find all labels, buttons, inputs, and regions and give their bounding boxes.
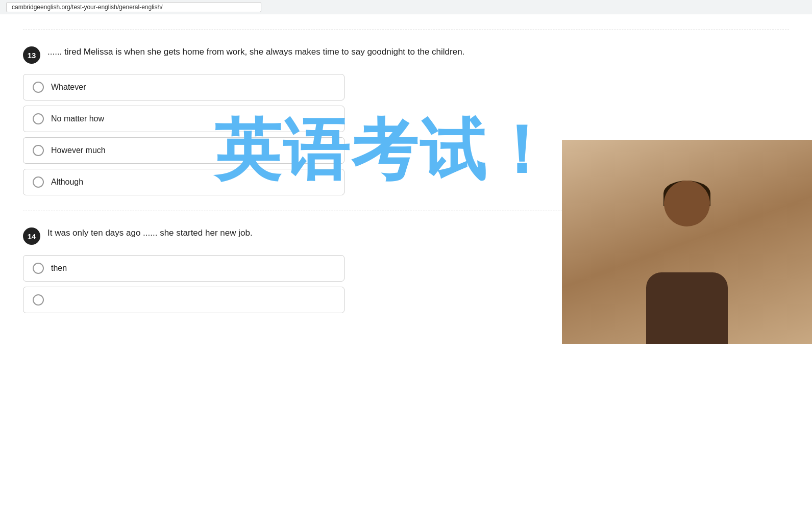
question-14-text: It was only ten days ago ...... she star… [47, 226, 253, 240]
url-bar[interactable]: cambridgeenglish.org/test-your-english/g… [6, 2, 261, 12]
page-content: 13 ...... tired Melissa is when she gets… [0, 14, 812, 344]
option-q13-a-label: Whatever [51, 83, 86, 92]
question-13-options: Whatever No matter how However much Alth… [23, 74, 345, 195]
option-q14-then[interactable]: then [23, 255, 345, 282]
person-head [664, 181, 710, 226]
option-q13-no-matter-how[interactable]: No matter how [23, 106, 345, 132]
question-14-options: then [23, 255, 345, 313]
radio-q13-d[interactable] [33, 176, 44, 188]
browser-bar: cambridgeenglish.org/test-your-english/g… [0, 0, 812, 14]
question-13-header: 13 ...... tired Melissa is when she gets… [23, 45, 789, 64]
option-q13-c-label: However much [51, 146, 106, 155]
option-q13-whatever[interactable]: Whatever [23, 74, 345, 100]
question-13-number: 13 [23, 46, 40, 64]
video-overlay [562, 140, 812, 344]
option-q13-however-much[interactable]: However much [23, 137, 345, 164]
person-body [646, 272, 728, 344]
question-14-number: 14 [23, 227, 40, 245]
radio-q14-b[interactable] [33, 294, 44, 306]
radio-q13-a[interactable] [33, 82, 44, 93]
option-q13-d-label: Although [51, 178, 83, 187]
option-q14-b[interactable] [23, 287, 345, 313]
top-divider [23, 30, 789, 30]
option-q14-a-label: then [51, 264, 67, 273]
video-person [562, 140, 812, 344]
radio-q14-a[interactable] [33, 263, 44, 274]
radio-q13-c[interactable] [33, 145, 44, 156]
option-q13-b-label: No matter how [51, 114, 104, 123]
option-q13-although[interactable]: Although [23, 169, 345, 195]
radio-q13-b[interactable] [33, 113, 44, 124]
question-13-text: ...... tired Melissa is when she gets ho… [47, 45, 464, 59]
